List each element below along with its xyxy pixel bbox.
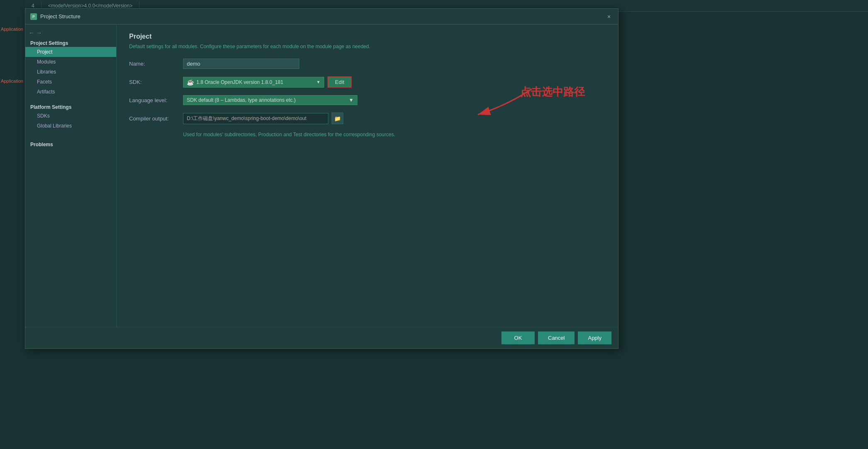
language-label: Language level:	[129, 97, 183, 103]
dialog-titlebar: P Project Structure ×	[25, 9, 618, 25]
cancel-button[interactable]: Cancel	[538, 331, 575, 344]
problems-label: Problems	[25, 139, 116, 148]
name-label: Name:	[129, 61, 183, 67]
sidebar-item-facets[interactable]: Facets	[25, 77, 116, 87]
apply-button[interactable]: Apply	[578, 331, 611, 344]
lang-dropdown-arrow: ▼	[349, 97, 354, 103]
sidebar-item-global-libraries[interactable]: Global Libraries	[25, 121, 116, 131]
compiler-row: Compiler output: D:\工作磁盘\yanwc_demo\spri…	[129, 113, 606, 124]
section-title: Project	[129, 33, 606, 40]
dialog-footer: OK Cancel Apply	[25, 327, 618, 348]
language-value-text: SDK default (8 – Lambdas, type annotatio…	[187, 97, 296, 103]
platform-settings-label: Platform Settings	[25, 102, 116, 111]
sidebar-item-modules[interactable]: Modules	[25, 57, 116, 67]
ide-left-panel: Application Application	[0, 0, 25, 449]
main-content: Project Default settings for all modules…	[117, 25, 618, 327]
compiler-path-display: D:\工作磁盘\yanwc_demo\spring-boot-demo\demo…	[183, 113, 328, 124]
language-level-row: Language level: SDK default (8 – Lambdas…	[129, 95, 606, 105]
nav-back-button[interactable]: ←	[29, 29, 34, 36]
sdk-row: SDK: ☕ 1.8 Oracle OpenJDK version 1.8.0_…	[129, 76, 606, 88]
sdk-dropdown-arrow: ▼	[316, 80, 320, 84]
sdk-controls: ☕ 1.8 Oracle OpenJDK version 1.8.0_181 ▼…	[183, 76, 352, 88]
sidebar-item-project[interactable]: Project	[25, 47, 116, 57]
sdk-dropdown[interactable]: ☕ 1.8 Oracle OpenJDK version 1.8.0_181 ▼	[183, 77, 324, 88]
ok-button[interactable]: OK	[501, 331, 535, 344]
compiler-folder-button[interactable]: 📁	[332, 113, 343, 124]
dialog-body: ← → Project Settings Project Modules Lib…	[25, 25, 618, 327]
app-label-2: Application	[0, 77, 24, 85]
sdk-label: SDK:	[129, 79, 183, 85]
sidebar: ← → Project Settings Project Modules Lib…	[25, 25, 117, 327]
name-row: Name:	[129, 59, 606, 69]
folder-icon: 📁	[334, 115, 341, 122]
sdk-edit-button[interactable]: Edit	[328, 76, 352, 88]
sidebar-item-artifacts[interactable]: Artifacts	[25, 87, 116, 97]
sidebar-item-libraries[interactable]: Libraries	[25, 67, 116, 77]
sdk-java-icon: ☕	[187, 79, 194, 86]
sidebar-item-sdks[interactable]: SDKs	[25, 111, 116, 121]
dialog-close-button[interactable]: ×	[605, 12, 613, 21]
compiler-controls: D:\工作磁盘\yanwc_demo\spring-boot-demo\demo…	[183, 113, 343, 124]
sidebar-nav-row: ← →	[25, 28, 116, 38]
section-desc: Default settings for all modules. Config…	[129, 43, 606, 50]
nav-forward-button[interactable]: →	[36, 29, 42, 36]
project-structure-dialog: P Project Structure × ← → Project Settin…	[25, 8, 619, 349]
name-input[interactable]	[183, 59, 299, 69]
dialog-title-text: Project Structure	[40, 13, 605, 20]
sdk-value-text: 1.8 Oracle OpenJDK version 1.8.0_181	[196, 79, 283, 85]
compiler-hint: Used for modules' subdirectories, Produc…	[183, 132, 606, 137]
app-label-1: Application	[0, 25, 24, 33]
language-dropdown[interactable]: SDK default (8 – Lambdas, type annotatio…	[183, 95, 357, 105]
compiler-label: Compiler output:	[129, 115, 183, 122]
project-settings-label: Project Settings	[25, 38, 116, 47]
dialog-title-icon: P	[30, 13, 37, 20]
